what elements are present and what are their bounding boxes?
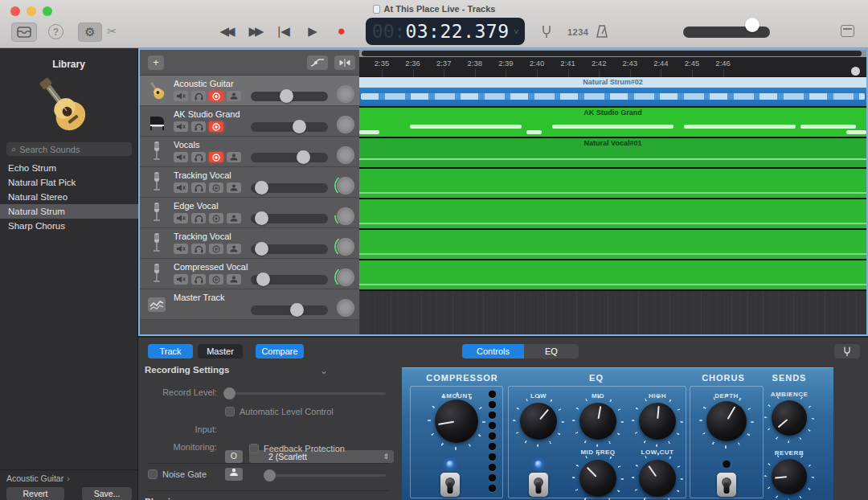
mute-button[interactable] bbox=[174, 274, 188, 285]
pan-knob[interactable] bbox=[337, 177, 354, 195]
power-switch[interactable] bbox=[529, 473, 548, 497]
track-header[interactable]: Edge Vocal bbox=[140, 198, 359, 228]
volume-thumb[interactable] bbox=[280, 89, 293, 103]
library-sound-item[interactable]: Natural Flat Pick bbox=[0, 175, 138, 190]
library-sound-item[interactable]: Sharp Chorus bbox=[0, 219, 138, 233]
library-sound-item[interactable]: Natural Stereo bbox=[0, 190, 138, 204]
noise-gate-slider[interactable] bbox=[265, 474, 386, 477]
record-button[interactable]: ● bbox=[333, 23, 350, 39]
mute-button[interactable] bbox=[174, 244, 188, 254]
zoom-slider[interactable] bbox=[851, 67, 860, 76]
record-enable-button[interactable] bbox=[209, 244, 223, 254]
audio-region-natural-strum[interactable]: Natural Strum#02 bbox=[359, 77, 866, 108]
pan-knob[interactable] bbox=[337, 207, 354, 225]
mid-freq-knob[interactable] bbox=[579, 460, 616, 497]
input-monitoring-button[interactable] bbox=[227, 152, 241, 162]
add-track-button[interactable]: + bbox=[148, 55, 164, 70]
volume-thumb[interactable] bbox=[255, 181, 268, 195]
fast-forward-button[interactable]: ▶▶ bbox=[246, 24, 264, 39]
solo-button[interactable] bbox=[191, 244, 206, 254]
record-enable-button[interactable] bbox=[209, 121, 223, 132]
tab-controls[interactable]: Controls bbox=[462, 344, 524, 359]
input-monitoring-button[interactable] bbox=[227, 91, 241, 101]
count-in-button[interactable]: 1234 bbox=[567, 27, 588, 37]
volume-thumb[interactable] bbox=[255, 242, 268, 256]
track-volume-slider[interactable] bbox=[251, 153, 328, 162]
recording-settings-header[interactable]: Recording Settings ⌄ bbox=[145, 365, 328, 376]
mid-knob[interactable] bbox=[579, 403, 616, 440]
track-header[interactable]: AK Studio Grand bbox=[140, 106, 359, 137]
ambience-knob[interactable] bbox=[772, 400, 807, 436]
tuner-panel-button[interactable] bbox=[834, 344, 860, 359]
input-monitoring-button[interactable] bbox=[227, 182, 241, 193]
track-header[interactable]: Tracking Vocal bbox=[140, 167, 359, 198]
track-header[interactable]: Master Track bbox=[140, 289, 359, 320]
time-ruler[interactable]: 2:352:362:372:382:392:402:412:422:432:44… bbox=[359, 57, 866, 77]
track-header[interactable]: Compressed Vocal bbox=[140, 259, 359, 289]
midi-region-ak-studio-grand[interactable]: AK Studio Grand bbox=[359, 108, 866, 138]
record-enable-button[interactable] bbox=[209, 213, 223, 223]
record-enable-button[interactable] bbox=[209, 274, 223, 285]
help-button[interactable]: ? bbox=[48, 24, 63, 39]
catch-playhead-button[interactable] bbox=[334, 55, 355, 70]
solo-button[interactable] bbox=[191, 182, 206, 193]
reverb-knob[interactable] bbox=[772, 459, 807, 494]
power-switch[interactable] bbox=[440, 473, 460, 497]
track-volume-slider[interactable] bbox=[251, 244, 328, 254]
automation-button[interactable] bbox=[307, 55, 328, 70]
tab-compare[interactable]: Compare bbox=[256, 344, 304, 359]
save-button[interactable]: Save... bbox=[82, 487, 132, 500]
pan-knob[interactable] bbox=[337, 268, 354, 286]
solo-button[interactable] bbox=[191, 91, 206, 101]
display-mode-button[interactable] bbox=[841, 25, 854, 37]
record-enable-button[interactable] bbox=[209, 152, 223, 162]
audio-region-vocal[interactable] bbox=[359, 199, 866, 230]
track-volume-slider[interactable] bbox=[251, 183, 328, 193]
search-input[interactable]: ⌕ Search Sounds bbox=[6, 142, 132, 156]
auto-level-checkbox[interactable] bbox=[225, 407, 235, 416]
rewind-button[interactable]: ◀◀ bbox=[217, 24, 235, 39]
metronome-button[interactable] bbox=[595, 24, 609, 42]
pan-knob[interactable] bbox=[337, 238, 354, 256]
record-enable-button[interactable] bbox=[209, 182, 223, 193]
lcd-time-display[interactable]: 00: 03:22.379 ˅ bbox=[366, 18, 525, 45]
pan-knob[interactable] bbox=[337, 85, 354, 103]
mute-button[interactable] bbox=[174, 152, 188, 162]
media-browser-button[interactable] bbox=[11, 23, 37, 42]
noise-gate-checkbox[interactable] bbox=[148, 469, 158, 479]
mute-button[interactable] bbox=[174, 121, 188, 132]
record-enable-button[interactable] bbox=[209, 91, 223, 101]
low-knob[interactable] bbox=[520, 403, 557, 440]
input-monitoring-button[interactable] bbox=[227, 274, 241, 285]
solo-button[interactable] bbox=[191, 121, 206, 132]
track-volume-slider[interactable] bbox=[251, 275, 328, 285]
depth-knob[interactable] bbox=[706, 401, 747, 441]
track-volume-slider[interactable] bbox=[251, 214, 328, 223]
volume-thumb[interactable] bbox=[290, 303, 304, 317]
track-volume-slider[interactable] bbox=[251, 92, 328, 101]
track-header[interactable]: Acoustic Guitar bbox=[140, 76, 359, 106]
volume-slider-thumb[interactable] bbox=[745, 18, 760, 32]
audio-region-natural-vocal[interactable]: Natural Vocal#01 bbox=[359, 138, 866, 169]
library-sound-item[interactable]: Echo Strum bbox=[0, 161, 138, 175]
audio-region-vocal[interactable] bbox=[359, 230, 866, 260]
solo-button[interactable] bbox=[191, 274, 206, 285]
record-level-slider[interactable] bbox=[225, 392, 386, 395]
tab-track[interactable]: Track bbox=[148, 344, 193, 359]
plugins-header[interactable]: Plug-ins ⌄ bbox=[145, 497, 328, 500]
volume-thumb[interactable] bbox=[256, 273, 270, 286]
cut-tool-button[interactable]: ✂ bbox=[107, 24, 117, 39]
volume-thumb[interactable] bbox=[297, 150, 310, 164]
solo-button[interactable] bbox=[191, 213, 206, 223]
pan-knob[interactable] bbox=[337, 299, 354, 317]
mute-button[interactable] bbox=[174, 91, 188, 101]
input-format-button[interactable]: O bbox=[225, 450, 243, 463]
feedback-checkbox[interactable] bbox=[249, 444, 259, 453]
input-monitoring-button[interactable] bbox=[227, 213, 241, 223]
mute-button[interactable] bbox=[174, 182, 188, 193]
input-monitoring-button[interactable] bbox=[227, 244, 241, 254]
audio-region-vocal[interactable] bbox=[359, 260, 866, 291]
tab-master[interactable]: Master bbox=[198, 344, 243, 359]
monitoring-button[interactable] bbox=[225, 468, 243, 481]
high-knob[interactable] bbox=[639, 403, 676, 440]
